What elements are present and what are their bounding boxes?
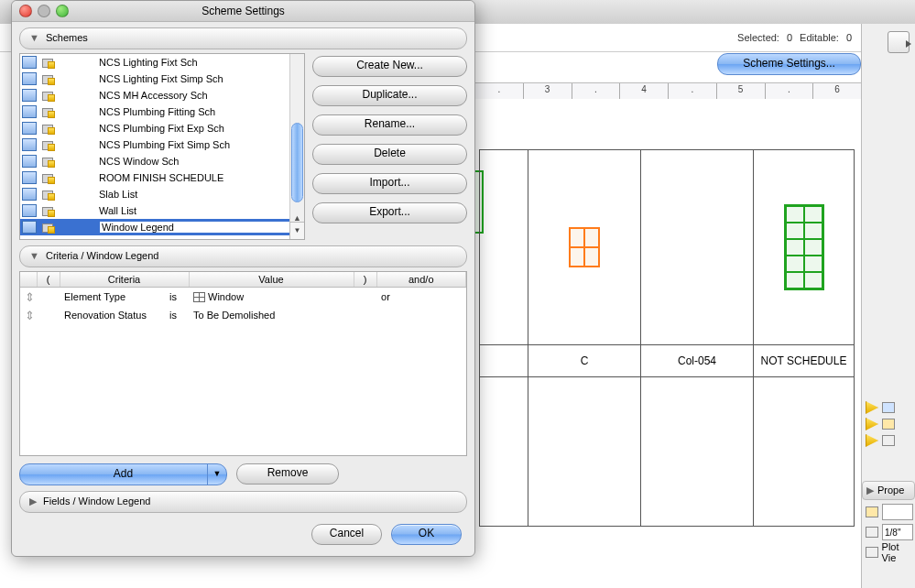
schedule-badge-icon	[42, 73, 55, 84]
criteria-andor[interactable]	[376, 306, 465, 324]
page-nav-icon[interactable]	[888, 31, 910, 53]
schemes-section-header[interactable]: ▼ Schemes	[19, 27, 467, 49]
criteria-value[interactable]: To Be Demolished	[189, 306, 354, 324]
scheme-item-label: NCS Plumbing Fixt Exp Sch	[99, 123, 304, 134]
criteria-header-criteria[interactable]: Criteria	[60, 272, 189, 288]
nav-item[interactable]	[862, 416, 915, 432]
chevron-down-icon[interactable]: ▼	[207, 464, 226, 485]
scheme-item-label: NCS Lighting Fixt Simp Sch	[99, 73, 304, 84]
nav-item[interactable]	[862, 399, 915, 416]
scheme-list-item[interactable]: NCS Window Sch	[20, 153, 304, 169]
criteria-header-andor[interactable]: and/o	[376, 272, 465, 288]
scheme-list-item[interactable]: Wall List	[20, 202, 304, 219]
schedule-icon	[22, 56, 37, 69]
criteria-name[interactable]: Renovation Status	[60, 306, 165, 324]
scheme-item-label: NCS Window Sch	[99, 156, 304, 167]
scheme-list-item[interactable]: NCS Plumbing Fixt Simp Sch	[20, 136, 304, 153]
scheme-list-item[interactable]: NCS Lighting Fixt Sch	[20, 54, 304, 71]
cancel-button[interactable]: Cancel	[311, 524, 382, 545]
layer-icon	[882, 402, 895, 413]
schedule-icon	[22, 155, 37, 168]
scrollbar-thumb[interactable]	[291, 123, 303, 202]
scheme-item-label: NCS Plumbing Fixt Simp Sch	[99, 139, 304, 150]
list-dropdown-toggle[interactable]: ▼	[289, 222, 304, 239]
criteria-row[interactable]: ⇕Renovation StatusisTo Be Demolished	[20, 306, 466, 324]
create-new-button[interactable]: Create New...	[312, 56, 467, 77]
scheme-item-label: Wall List	[99, 205, 304, 216]
criteria-section-header[interactable]: ▼ Criteria / Window Legend	[19, 245, 467, 267]
scheme-item-label: NCS Plumbing Fitting Sch	[99, 106, 304, 117]
ruler-tick: 6	[812, 83, 861, 100]
triangle-icon	[866, 434, 878, 447]
cell-label-notschedule: NOT SCHEDULE	[754, 345, 855, 377]
scheme-item-label: ROOM FINISH SCHEDULE	[99, 172, 304, 183]
remove-criteria-button[interactable]: Remove	[236, 463, 339, 485]
dialog-title: Scheme Settings	[202, 5, 285, 17]
properties-panel-header[interactable]: ▶Prope	[862, 481, 915, 500]
schedule-grid: C Col-054 NOT SCHEDULE	[479, 149, 855, 527]
criteria-op[interactable]: is	[165, 288, 189, 307]
criteria-header-open[interactable]: (	[37, 272, 60, 288]
scale-field[interactable]	[882, 524, 913, 540]
schedule-icon	[22, 89, 37, 102]
ok-button[interactable]: OK	[391, 524, 462, 545]
minimize-window-button	[38, 5, 50, 17]
schedule-badge-icon	[42, 205, 55, 216]
delete-button[interactable]: Delete	[312, 144, 467, 165]
drag-handle-icon[interactable]: ⇕	[20, 306, 37, 324]
schemes-list[interactable]: NCS Lighting Fixt SchNCS Lighting Fixt S…	[19, 53, 305, 240]
criteria-andor[interactable]: or	[376, 288, 465, 307]
duplicate-button[interactable]: Duplicate...	[312, 85, 467, 106]
drag-handle-icon[interactable]: ⇕	[20, 288, 37, 307]
criteria-value[interactable]: Window	[189, 288, 354, 307]
scheme-settings-dialog: Scheme Settings ▼ Schemes NCS Lighting F…	[11, 0, 475, 557]
schedule-icon	[22, 72, 37, 85]
scheme-list-item[interactable]: Slab List	[20, 186, 304, 202]
schedule-badge-icon	[42, 222, 55, 233]
dialog-titlebar[interactable]: Scheme Settings	[12, 1, 474, 22]
schedule-icon	[866, 506, 878, 517]
ruler-tick: 4	[619, 83, 668, 100]
ruler-tick: .	[765, 83, 813, 100]
criteria-header-value[interactable]: Value	[189, 272, 354, 288]
criteria-name[interactable]: Element Type	[60, 288, 165, 307]
scheme-list-item[interactable]: NCS Plumbing Fitting Sch	[20, 103, 304, 120]
property-field[interactable]	[882, 504, 913, 520]
scheme-item-label: Window Legend	[99, 221, 304, 234]
scheme-list-item[interactable]: NCS MH Accessory Sch	[20, 87, 304, 103]
right-side-panels: ▶Prope Plot Vie	[861, 24, 915, 588]
chevron-down-icon: ▼	[29, 32, 39, 43]
add-criteria-button[interactable]: Add ▼	[19, 463, 227, 485]
criteria-op[interactable]: is	[165, 306, 189, 324]
criteria-row[interactable]: ⇕Element TypeisWindowor	[20, 288, 466, 307]
schedule-badge-icon	[42, 57, 55, 68]
cell-label-col054: Col-054	[641, 345, 754, 377]
scheme-list-item[interactable]: NCS Lighting Fixt Simp Sch	[20, 71, 304, 87]
scheme-list-item[interactable]: ROOM FINISH SCHEDULE	[20, 169, 304, 186]
schedule-icon	[22, 171, 37, 184]
criteria-table[interactable]: ( Criteria Value ) and/o ⇕Element Typeis…	[19, 271, 467, 456]
scheme-list-item[interactable]: NCS Plumbing Fixt Exp Sch	[20, 120, 304, 136]
zoom-window-button[interactable]	[56, 5, 69, 17]
schedule-icon	[22, 122, 37, 135]
fields-section-header[interactable]: ▶ Fields / Window Legend	[19, 491, 467, 513]
close-window-button[interactable]	[19, 5, 32, 17]
import-button[interactable]: Import...	[312, 173, 467, 194]
element-icon	[193, 292, 205, 302]
criteria-header-close[interactable]: )	[354, 272, 376, 288]
schedule-badge-icon	[42, 156, 55, 167]
scheme-item-label: NCS Lighting Fixt Sch	[99, 57, 304, 68]
ruler-tick: 3	[523, 83, 572, 100]
triangle-icon	[866, 401, 878, 414]
schedule-canvas[interactable]: C Col-054 NOT SCHEDULE	[474, 99, 861, 570]
schedule-badge-icon	[42, 139, 55, 150]
nav-item[interactable]	[862, 432, 915, 449]
list-scrollbar[interactable]: ▲ ▼	[289, 54, 304, 239]
cell-label-c: C	[528, 345, 641, 377]
export-button[interactable]: Export...	[312, 202, 467, 223]
ruler-tick: .	[668, 83, 716, 100]
scheme-settings-button[interactable]: Scheme Settings...	[717, 53, 861, 75]
rename-button[interactable]: Rename...	[312, 114, 467, 136]
scheme-list-item[interactable]: Window Legend	[20, 219, 304, 235]
scheme-item-label: Slab List	[99, 189, 304, 200]
